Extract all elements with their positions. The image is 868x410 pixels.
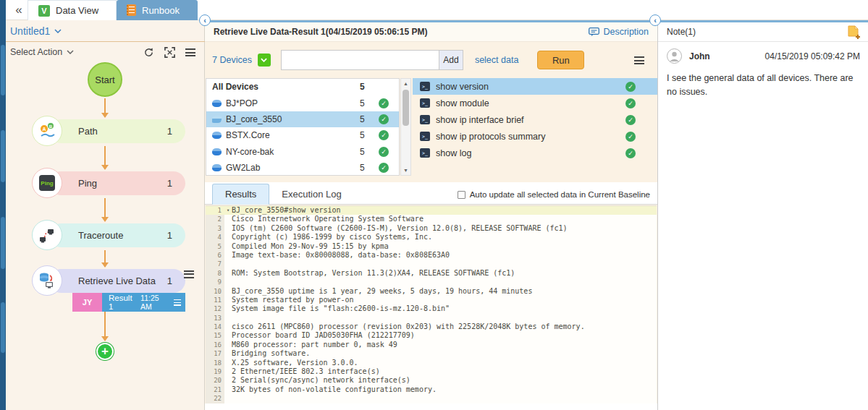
description-link[interactable]: Description bbox=[589, 27, 649, 37]
select-action-dropdown[interactable]: Select Action bbox=[10, 47, 74, 57]
note-body: I see the general data of all devices. T… bbox=[667, 72, 862, 100]
tab-data-view[interactable]: V Data View bbox=[28, 0, 117, 20]
result-row[interactable]: JY Result 1 11:25 AM bbox=[72, 293, 185, 312]
tab-execution-log[interactable]: Execution Log bbox=[269, 184, 353, 204]
flow-node-ping[interactable]: Ping Ping 1 bbox=[49, 171, 185, 195]
tab-results[interactable]: Results bbox=[212, 184, 269, 205]
fullscreen-icon[interactable] bbox=[164, 47, 175, 58]
flow-arrow bbox=[104, 98, 106, 117]
node-label: Traceroute bbox=[78, 230, 167, 241]
device-count: 5 bbox=[360, 147, 379, 157]
line-text: M860 processor: part number 0, mask 49 bbox=[232, 341, 397, 349]
command-label: show module bbox=[436, 98, 489, 108]
auto-update-checkbox[interactable] bbox=[458, 191, 465, 199]
flow-node-retrieve-live-data[interactable]: Retrieve Live Data 1 bbox=[49, 269, 185, 293]
devices-count-link[interactable]: 7 Devices bbox=[212, 55, 252, 65]
scroll-thumb[interactable] bbox=[403, 90, 409, 126]
device-name: BJ*POP bbox=[226, 98, 258, 108]
panel-menu-icon[interactable] bbox=[634, 56, 644, 64]
strip-segment[interactable] bbox=[1, 302, 5, 353]
command-row[interactable]: >_ show ip interface brief ✓ bbox=[413, 111, 657, 128]
line-number: 4 bbox=[206, 233, 224, 242]
add-note-icon[interactable] bbox=[848, 25, 860, 39]
flow-node-path[interactable]: A B Path 1 bbox=[49, 119, 185, 143]
tab-runbook-label: Runbook bbox=[142, 5, 180, 16]
code-line: 19 ▾ 2 Ethernet/IEEE 802.3 interface(s) bbox=[206, 367, 657, 376]
node-count: 1 bbox=[167, 178, 172, 189]
line-number: 7 bbox=[206, 260, 224, 268]
note-panel: Note(1) John 04/15/2019 05:09:42 PM I se… bbox=[657, 22, 868, 410]
collapse-caret-icon[interactable]: ▾ bbox=[224, 206, 232, 215]
node-count: 1 bbox=[167, 126, 172, 137]
result-menu-icon[interactable] bbox=[174, 299, 181, 306]
top-tab-bar: « V Data View Runbook bbox=[6, 0, 868, 20]
node-count: 1 bbox=[167, 230, 172, 241]
device-row[interactable]: BJ*POP 5 ✓ bbox=[206, 95, 399, 111]
collapsed-sidebar-strip[interactable] bbox=[0, 0, 6, 410]
flow-start-node[interactable]: Start bbox=[88, 62, 122, 97]
line-number: 10 bbox=[206, 287, 224, 296]
code-line: 1 ▾ BJ_core_3550#show version bbox=[206, 206, 657, 215]
command-row[interactable]: >_ show ip protocols summary ✓ bbox=[413, 128, 657, 145]
line-number: 5 bbox=[206, 242, 224, 251]
device-count: 5 bbox=[360, 98, 379, 108]
scroll-up-icon[interactable]: ▲ bbox=[403, 79, 408, 88]
command-row[interactable]: >_ show log ✓ bbox=[413, 145, 657, 161]
node-label: Retrieve Live Data bbox=[78, 276, 167, 286]
command-row[interactable]: >_ show module ✓ bbox=[413, 95, 657, 111]
command-row[interactable]: >_ show version ✓ bbox=[413, 78, 657, 95]
node-label: Path bbox=[78, 126, 167, 137]
retrieve-live-data-panel: Retrieve Live Data-Result 1(04/15/2019 0… bbox=[205, 22, 657, 410]
chevron-down-icon bbox=[54, 29, 62, 33]
collapse-panel-icon[interactable]: « bbox=[10, 1, 28, 19]
device-row[interactable]: BJ_core_3550 5 ✓ bbox=[206, 111, 399, 127]
add-node-button[interactable]: + bbox=[96, 343, 114, 360]
flow-node-traceroute[interactable]: Traceroute 1 bbox=[49, 223, 185, 247]
tab-runbook[interactable]: Runbook bbox=[117, 0, 198, 20]
path-icon: A B bbox=[32, 116, 62, 146]
scroll-down-icon[interactable]: ▼ bbox=[403, 166, 408, 175]
line-number: 19 bbox=[206, 367, 224, 376]
flow-arrow bbox=[104, 146, 106, 169]
devices-dropdown-button[interactable] bbox=[258, 54, 271, 67]
code-line: 4 ▾ Copyright (c) 1986-1999 by cisco Sys… bbox=[206, 233, 657, 242]
code-line: 22 ▾ bbox=[206, 394, 657, 403]
device-row[interactable]: BSTX.Core 5 ✓ bbox=[206, 127, 399, 143]
line-text: Image text-base: 0x80008088, data-base: … bbox=[232, 251, 450, 260]
line-number: 2 bbox=[206, 215, 224, 223]
success-check-icon: ✓ bbox=[379, 130, 389, 140]
ping-icon: Ping bbox=[32, 168, 62, 198]
device-count: 5 bbox=[360, 163, 379, 173]
chevron-down-icon bbox=[67, 50, 74, 54]
description-label: Description bbox=[603, 27, 649, 37]
device-list-scrollbar[interactable]: ▲ ▼ bbox=[400, 78, 411, 176]
code-line: 21 ▾ 32K bytes of non-volatile configura… bbox=[206, 385, 657, 394]
command-label: show log bbox=[436, 148, 471, 158]
main-panel-collapse-handle[interactable]: ‹ bbox=[199, 14, 211, 26]
device-row[interactable]: NY-core-bak 5 ✓ bbox=[206, 144, 399, 160]
node-menu-icon[interactable] bbox=[184, 270, 194, 278]
note-panel-collapse-handle[interactable]: ‹ bbox=[649, 14, 661, 26]
code-line: 5 ▾ Compiled Mon 29-Nov-99 15:15 by kpma bbox=[206, 242, 657, 251]
success-check-icon: ✓ bbox=[625, 132, 636, 142]
code-line: 3 ▾ IOS (tm) C2600 Software (C2600-IS-M)… bbox=[206, 224, 657, 233]
strip-segment[interactable] bbox=[1, 130, 5, 182]
success-check-icon: ✓ bbox=[625, 98, 636, 108]
strip-segment[interactable] bbox=[1, 217, 5, 269]
menu-icon[interactable] bbox=[185, 48, 195, 56]
run-button[interactable]: Run bbox=[537, 51, 584, 69]
runbook-title-dropdown[interactable]: Untitled1 bbox=[10, 25, 62, 37]
command-list: >_ show version ✓ >_ show module ✓ >_ sh… bbox=[413, 78, 657, 161]
line-number: 22 bbox=[206, 394, 224, 403]
command-input[interactable] bbox=[281, 50, 439, 70]
select-data-link[interactable]: select data bbox=[475, 55, 518, 65]
command-output[interactable]: 1 ▾ BJ_core_3550#show version 2 ▾ Cisco … bbox=[206, 205, 657, 403]
line-text: Processor board ID JAD05030FHA (21221770… bbox=[232, 331, 415, 340]
line-number: 8 bbox=[206, 269, 224, 278]
device-row[interactable]: GW2Lab 5 ✓ bbox=[206, 160, 399, 176]
add-command-button[interactable]: Add bbox=[439, 50, 463, 70]
refresh-icon[interactable] bbox=[143, 47, 154, 58]
device-icon bbox=[212, 100, 222, 107]
line-text: Cisco Internetwork Operating System Soft… bbox=[232, 215, 424, 223]
strip-segment[interactable] bbox=[1, 45, 5, 95]
